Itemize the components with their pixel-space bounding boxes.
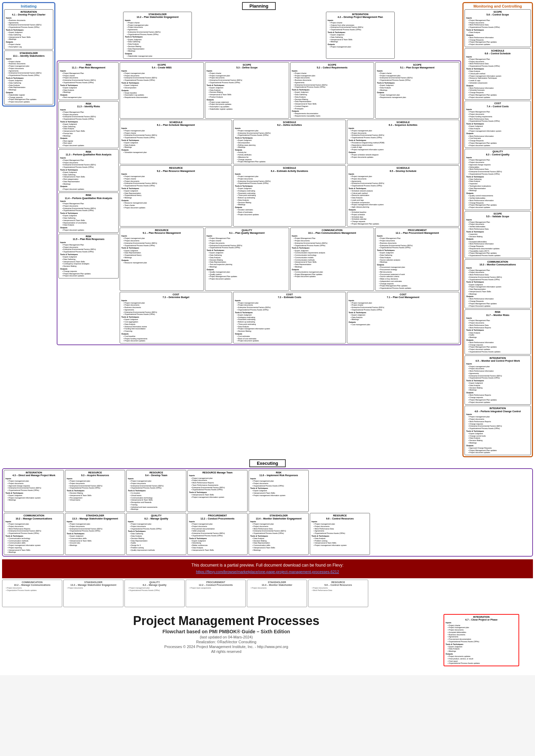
box-risk-11-1: RISK11.1 – Plan Risk Management Inputs •… [58,62,119,100]
box-communication-10-3: COMMUNICATION10.3 – Monitor Communicatio… [465,259,531,309]
monitoring-phase-border: Monitoring and Controlling SCOPE5.6 – Co… [462,2,533,457]
box-integration-4-2: INTEGRATION4.2 – Develop Project Managem… [326,12,395,59]
page-copyright: Processes © 2024 Project Management Inst… [16,645,437,649]
initiating-phase-border: Initiating INTEGRATION4.1 – Develop Proj… [2,2,55,107]
planning-label: Planning [242,2,276,10]
box-resource-9-4: RESOURCE9.4 – Develop Team Inputs • Proj… [126,470,186,512]
box-risk-11-3-qualitative: RISK11.3 – Perform Qualitative Risk Anal… [58,149,119,191]
box-scope-5-4: SCOPE5.4 – Create WBS Inputs • Project m… [120,62,204,119]
partial-bottom-rows: COMMUNICATION10.2 – Manage Communication… [2,580,533,607]
box-integration-4-1: INTEGRATION4.1 – Develop Project Charter… [4,9,53,50]
box-schedule-6-2: SCHEDULE6.2 – Define Activities Inputs •… [233,120,346,164]
preview-link[interactable]: https://flevy.com/browse/marketplace/one… [196,570,339,574]
box-risk-11-5: RISK11.5 – Plan Risk Responses Inputs • … [58,234,119,278]
preview-full-text: Full document download can be found on F… [256,563,343,568]
box-integration-4-7: INTEGRATION4.7 – Close Project or Phase … [444,614,519,666]
preview-watermark: This document is a partial preview. Full… [2,559,533,578]
box-cost-7-3: COST7.3 – Determine Budget Inputs • Proj… [120,292,232,343]
box-procurement-12-2: PROCUREMENT12.2 – Conduct Procurements I… [187,513,248,555]
page-realization: Realization: ©RadVector Consulting [16,640,437,644]
footer-section: Project Management Processes Flowchart b… [2,607,533,673]
box-stakeholder-13-2: STAKEHOLDER13.2 – Plan Stakeholder Engag… [123,12,192,59]
box-quality-plan: QUALITY6.1 – Plan Quality Management Inp… [205,228,289,291]
box-quality-8-2: QUALITY8.2 – Manage Quality Inputs • Pro… [126,513,186,555]
box-communication-10-2: COMMUNICATION10.2 – Manage Communication… [4,513,64,555]
page-rights: All rights reserved [16,649,437,654]
box-procurement-12-1: PROCUREMENT12.1 – Plan Procurement Manag… [375,228,459,291]
executing-label: Executing [249,459,286,467]
box-stakeholder-13-1: STAKEHOLDER13.1 – Identify Stakeholders … [4,51,53,105]
main-container: Initiating INTEGRATION4.1 – Develop Proj… [0,0,535,675]
box-schedule-6-5: SCHEDULE6.5 – Develop Schedule Inputs • … [347,165,459,226]
box-communication-10-1: COMMUNICATION10.1 – Plan Communications … [290,228,374,291]
box-schedule-6-3: SCHEDULE6.3 – Sequence Activities Inputs… [347,120,459,164]
box-quality-8-3: QUALITY8.3 – Control Quality Inputs • Pr… [465,149,531,210]
monitoring-label: Monitoring and Controlling [465,4,531,8]
box-risk-11-7: RISK11.7 – Monitor Risks Inputs • Projec… [465,309,531,354]
box-schedule-6-1: SCHEDULE6.1 – Plan Schedule Management I… [120,120,232,164]
page-subtitle: Flowchart based on PMI PMBOK® Guide – Si… [16,629,437,634]
box-resource-9-1: RESOURCE9.1 – Plan Resource Management I… [120,228,204,291]
box-schedule-6-4: SCHEDULE6.4 – Estimate Activity Duration… [233,165,346,226]
box-resource-9-2: RESOURCE9.2 – Plan Resource Management I… [120,165,232,226]
box-scope-5-5: SCOPE5.5 – Validate Scope Inputs • Proje… [465,211,531,258]
executing-phase-border: INTEGRATION4.3 – Direct and Manage Proje… [2,468,533,557]
page-last-updated: (last updated on 04-Mars-2024) [16,635,437,639]
box-stakeholder-13-3: STAKEHOLDER13.3 – Manage Stakeholder Eng… [65,513,125,555]
box-scope-5-2: SCOPE5.2 – Collect Requirements Inputs •… [290,62,374,119]
box-integration-4-5: INTEGRATION4.5 – Monitor and Control Pro… [465,355,531,405]
box-resource-9-5: RESOURCE Manage Team Inputs • Project ma… [187,470,248,512]
page-main-title: Project Management Processes [16,614,437,628]
box-integration-4-6: INTEGRATION4.6 – Perform Integrated Chan… [465,406,531,455]
box-risk-11-3: RISK11.3 – Identify Risks Inputs • Proje… [58,101,119,148]
box-cost-7-1: COST7.1 – Plan Cost Management Inputs • … [347,292,459,343]
initiating-label: Initiating [4,4,53,8]
box-schedule-6-6: SCHEDULE6.6 – Control Schedule Inputs • … [465,48,531,100]
box-resource-9-3: RESOURCE9.3 – Acquire Resources Inputs •… [65,470,125,512]
box-cost-7-4: COST7.4 – Control Costs Inputs • Project… [465,101,531,148]
diagram-outer: Initiating INTEGRATION4.1 – Develop Proj… [0,0,535,675]
preview-text: This document is a partial preview. [192,563,255,568]
box-risk-11-4: RISK11.4 – Perform Quantitative Risk Ana… [58,193,119,233]
box-scope-5-3: SCOPE5.3 – Define Scope Inputs • Project… [205,62,289,119]
box-cost-7-2: COST7.2 – Estimate Costs Inputs • Projec… [233,292,346,343]
box-resource-9-6: RESOURCE9.6 – Control Resources Inputs •… [310,513,370,555]
box-integration-4-3: INTEGRATION4.3 – Direct and Manage Proje… [4,470,64,512]
footer-title-area: Project Management Processes Flowchart b… [16,614,437,666]
box-scope-5-1: SCOPE5.1 – Plan Scope Management Inputs … [375,62,459,119]
box-risk-11-6: RISK11.6 – Implement Risk Responses Inpu… [249,470,309,512]
box-stakeholder-13-4: STAKEHOLDER13.4 – Monitor Stakeholder En… [249,513,309,555]
box-scope-5-6: SCOPE5.6 – Control Scope Inputs • Projec… [465,9,531,47]
